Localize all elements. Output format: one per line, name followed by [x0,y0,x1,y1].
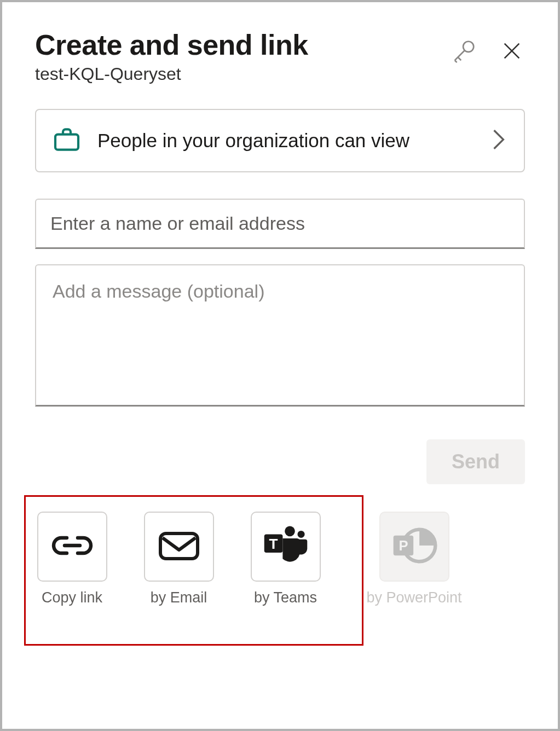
teams-icon: T [262,524,309,570]
key-icon [452,38,477,65]
powerpoint-label: by PowerPoint [366,589,461,606]
recipient-input[interactable] [35,199,525,249]
permission-selector[interactable]: People in your organization can view [35,109,525,172]
dialog-title: Create and send link [35,30,449,61]
permissions-key-button[interactable] [449,36,479,67]
share-option-email: by Email [142,512,216,606]
svg-text:P: P [399,538,408,553]
send-row: Send [35,439,525,484]
dialog-header: Create and send link test-KQL-Queryset [35,30,525,84]
share-option-teams: T by Teams [249,512,322,606]
svg-rect-2 [160,533,198,559]
svg-text:T: T [269,536,278,552]
briefcase-icon [51,124,82,157]
email-button[interactable] [144,512,214,582]
svg-point-5 [285,526,295,537]
link-icon [51,533,93,560]
chevron-right-icon [491,128,506,153]
teams-button[interactable]: T [251,512,321,582]
teams-label: by Teams [254,589,317,606]
powerpoint-icon: P [391,524,437,570]
copy-link-label: Copy link [42,589,102,606]
mail-icon [157,529,201,564]
share-option-powerpoint: P by PowerPoint [377,512,451,606]
email-label: by Email [151,589,207,606]
close-icon [501,40,523,63]
message-input[interactable] [35,264,525,407]
header-text-group: Create and send link test-KQL-Queryset [35,30,449,84]
permission-text: People in your organization can view [97,126,476,155]
share-option-copy-link: Copy link [35,512,109,606]
svg-point-6 [297,531,304,538]
svg-rect-1 [55,135,78,150]
copy-link-button[interactable] [37,512,107,582]
header-actions [449,30,525,67]
close-button[interactable] [499,38,525,66]
dialog-subtitle: test-KQL-Queryset [35,64,449,84]
share-options-row: Copy link by Email T [35,512,525,606]
powerpoint-button[interactable]: P [379,512,449,582]
send-button[interactable]: Send [426,439,525,484]
